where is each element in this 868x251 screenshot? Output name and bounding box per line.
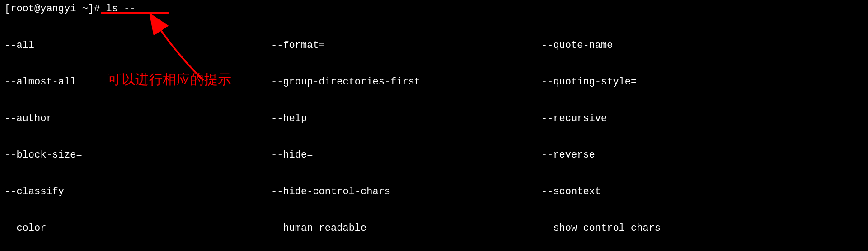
completion-column-3: --quote-name --quoting-style= --recursiv… — [541, 15, 863, 251]
list-item: --classify — [5, 186, 271, 198]
annotation-underline — [101, 12, 169, 14]
list-item: --color — [5, 222, 271, 234]
list-item: --show-control-chars — [541, 222, 863, 234]
list-item: --group-directories-first — [271, 76, 541, 88]
annotation-text: 可以进行相应的提示 — [108, 73, 232, 85]
completion-list: --all --almost-all --author --block-size… — [5, 15, 863, 251]
completion-column-2: --format= --group-directories-first --he… — [271, 15, 541, 251]
shell-prompt: [root@yangyi ~]# — [5, 3, 106, 14]
list-item: --reverse — [541, 149, 863, 161]
list-item: --help — [271, 112, 541, 125]
list-item: --author — [5, 112, 271, 125]
list-item: --block-size= — [5, 149, 271, 161]
completion-column-1: --all --almost-all --author --block-size… — [5, 15, 271, 251]
list-item: --all — [5, 39, 271, 51]
list-item: --scontext — [541, 186, 863, 198]
list-item: --hide-control-chars — [271, 186, 541, 198]
list-item: --hide= — [271, 149, 541, 161]
list-item: --format= — [271, 39, 541, 51]
terminal-window[interactable]: [root@yangyi ~]# ls -- 可以进行相应的提示 --all -… — [0, 0, 868, 251]
list-item: --recursive — [541, 112, 863, 125]
list-item: --quoting-style= — [541, 76, 863, 88]
list-item: --human-readable — [271, 222, 541, 234]
list-item: --quote-name — [541, 39, 863, 51]
